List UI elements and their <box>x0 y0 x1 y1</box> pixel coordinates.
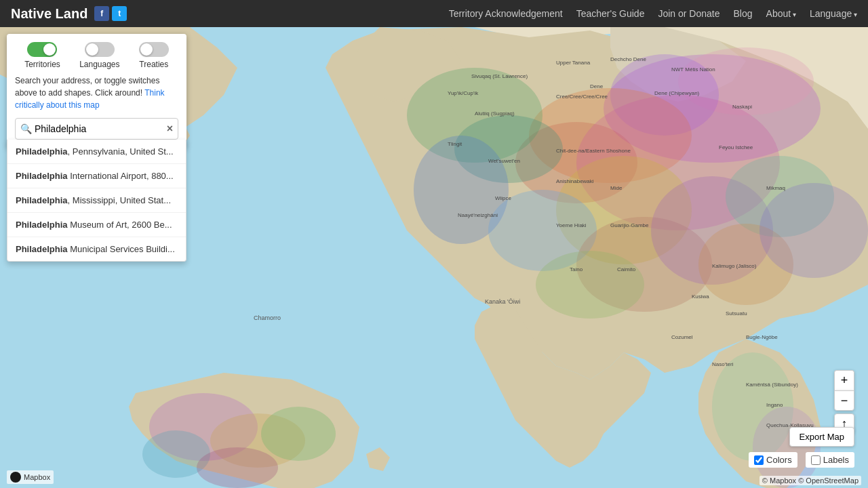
main-nav: Territory Acknowledgement Teacher's Guid… <box>449 8 857 19</box>
svg-text:Mikmaq: Mikmaq <box>766 185 785 191</box>
search-result-4[interactable]: Philadelphia Municipal Services Buildi..… <box>7 237 186 261</box>
svg-point-22 <box>261 407 336 461</box>
header: Native Land f t Territory Acknowledgemen… <box>0 0 868 27</box>
svg-point-17 <box>760 183 868 278</box>
colors-checkbox-label[interactable]: Colors <box>749 452 797 468</box>
svg-text:Bugle-Ngöbe: Bugle-Ngöbe <box>746 334 778 340</box>
clear-search-button[interactable]: × <box>167 123 173 135</box>
languages-toggle[interactable] <box>85 42 115 57</box>
colors-checkbox[interactable] <box>754 455 764 465</box>
svg-text:Sivuqaq (St. Lawrence): Sivuqaq (St. Lawrence) <box>471 73 528 79</box>
search-result-0[interactable]: Philadelphia, Pennsylvania, United St... <box>7 140 186 164</box>
facebook-icon[interactable]: f <box>94 6 109 21</box>
colors-label-text: Colors <box>766 455 792 465</box>
search-container: 🔍 × Philadelphia, Pennsylvania, United S… <box>15 118 178 140</box>
svg-text:Guarijio-Gambe: Guarijio-Gambe <box>610 222 649 228</box>
svg-text:Feyou Istchee: Feyou Istchee <box>719 144 753 150</box>
svg-text:Chit-dee-na/Eastern Shoshone: Chit-dee-na/Eastern Shoshone <box>556 148 631 154</box>
svg-text:Sutsuatu: Sutsuatu <box>726 310 747 317</box>
svg-text:Kamёntsá (Sibundoy): Kamёntsá (Sibundoy) <box>746 382 798 388</box>
attribution: © Mapbox © OpenStreetMap <box>760 476 861 485</box>
svg-text:Yoeme Hiaki: Yoeme Hiaki <box>556 222 587 228</box>
export-map-button[interactable]: Export Map <box>789 427 854 447</box>
territories-toggle[interactable] <box>27 42 57 57</box>
treaties-toggle[interactable] <box>139 42 169 57</box>
svg-text:Dene (Chipewyan): Dene (Chipewyan) <box>654 90 700 96</box>
svg-text:Upper Tanana: Upper Tanana <box>556 60 591 66</box>
svg-text:Caimito: Caimito <box>617 266 636 272</box>
svg-text:Wet'suwet'en: Wet'suwet'en <box>488 158 520 164</box>
svg-text:Mide: Mide <box>610 185 623 191</box>
svg-text:Kalimugo (Jalisco): Kalimugo (Jalisco) <box>712 263 757 269</box>
search-dropdown: Philadelphia, Pennsylvania, United St...… <box>7 140 186 262</box>
svg-text:Chamorro: Chamorro <box>254 314 281 321</box>
svg-text:Dene: Dene <box>590 83 604 89</box>
zoom-out-button[interactable]: − <box>834 390 854 411</box>
svg-point-21 <box>197 447 278 488</box>
svg-text:Naso'teri: Naso'teri <box>712 361 734 367</box>
search-result-1[interactable]: Philadelphia International Airport, 880.… <box>7 164 186 188</box>
zoom-controls: + − ↑ <box>834 370 854 434</box>
search-result-2[interactable]: Philadelphia, Mississippi, United Stat..… <box>7 188 186 213</box>
toggles-row: Territories Languages Treaties <box>15 42 178 69</box>
svg-text:Ingano: Ingano <box>766 402 783 408</box>
svg-text:Kanaka 'Ōiwi: Kanaka 'Ōiwi <box>485 298 520 305</box>
territories-label: Territories <box>24 60 60 69</box>
languages-toggle-group: Languages <box>79 42 119 69</box>
zoom-in-button[interactable]: + <box>834 370 854 390</box>
twitter-icon[interactable]: t <box>112 6 127 21</box>
svg-point-13 <box>536 251 644 319</box>
nav-blog[interactable]: Blog <box>734 8 753 19</box>
labels-label-text: Labels <box>823 455 849 465</box>
svg-text:Tlingit: Tlingit <box>448 141 462 147</box>
nav-join-or-donate[interactable]: Join or Donate <box>658 8 719 19</box>
info-text-main: Search your address, or toggle switches … <box>15 76 159 98</box>
search-icon: 🔍 <box>20 123 32 134</box>
treaties-label: Treaties <box>139 60 168 69</box>
info-text: Search your address, or toggle switches … <box>15 75 178 111</box>
languages-label: Languages <box>79 60 119 69</box>
svg-text:Taino: Taino <box>570 266 583 272</box>
map-controls: Export Map Colors Labels <box>749 427 854 468</box>
svg-text:Cree/Cree/Cree/Cree: Cree/Cree/Cree/Cree <box>556 94 608 100</box>
left-panel: Territories Languages Treaties Search yo… <box>7 34 186 148</box>
treaties-toggle-group: Treaties <box>139 42 169 69</box>
nav-language[interactable]: Language <box>810 8 857 19</box>
nav-territory-acknowledgement[interactable]: Territory Acknowledgement <box>449 8 563 19</box>
map-options-row: Colors Labels <box>749 452 854 468</box>
mapbox-logo: Mapbox <box>7 470 54 484</box>
svg-text:Alutiiq (Sugpiaq): Alutiiq (Sugpiaq) <box>475 110 515 117</box>
svg-text:Yup'ik/Cup'ik: Yup'ik/Cup'ik <box>448 90 479 96</box>
svg-text:Wiipce: Wiipce <box>495 195 512 201</box>
svg-text:Naskapi: Naskapi <box>732 104 752 110</box>
nav-about[interactable]: About <box>766 8 796 19</box>
svg-text:Anishinabewaki: Anishinabewaki <box>556 178 594 184</box>
svg-text:Naayé'neizgháni: Naayé'neizgháni <box>458 212 498 218</box>
svg-text:Kusiwa: Kusiwa <box>692 293 709 300</box>
nav-teachers-guide[interactable]: Teacher's Guide <box>576 8 645 19</box>
labels-checkbox[interactable] <box>811 455 821 465</box>
svg-text:NWT Métis Nation: NWT Métis Nation <box>671 66 715 73</box>
labels-checkbox-label[interactable]: Labels <box>806 452 854 468</box>
search-input[interactable] <box>15 118 178 140</box>
svg-text:Dechcho Dene: Dechcho Dene <box>610 56 646 62</box>
svg-text:Cozumel: Cozumel <box>671 334 693 340</box>
search-result-3[interactable]: Philadelphia Museum of Art, 2600 Be... <box>7 213 186 237</box>
brand-title: Native Land <box>11 6 87 22</box>
mapbox-icon <box>10 472 21 483</box>
mapbox-text: Mapbox <box>24 473 50 481</box>
territories-toggle-group: Territories <box>24 42 60 69</box>
